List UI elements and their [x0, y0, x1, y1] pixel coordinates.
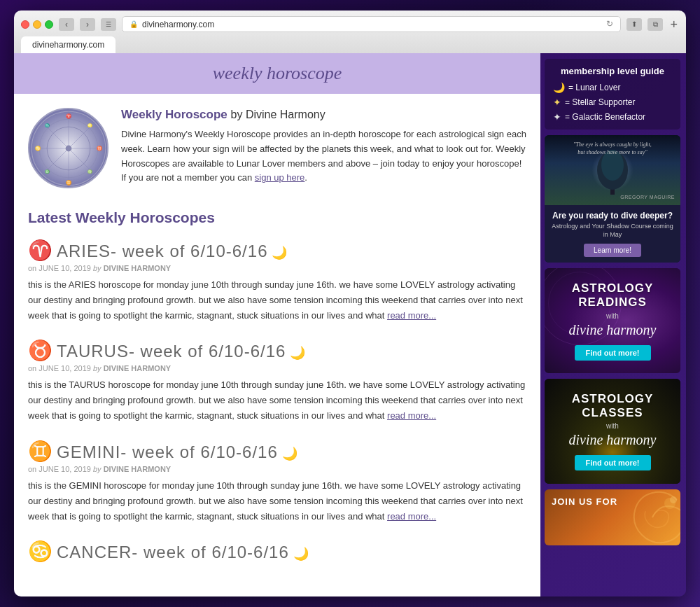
cancer-symbol: ♋ — [28, 540, 52, 563]
lunar-lover-label: = Lunar Lover — [568, 83, 620, 92]
stellar-supporter-label: = Stellar Supporter — [565, 97, 635, 107]
browser-chrome: ‹ › ☰ 🔒 divineharmony.com ↻ ⬆ ⧉ + divine… — [14, 11, 686, 53]
membership-guide: membership level guide 🌙 = Lunar Lover ✦… — [545, 59, 680, 130]
svg-text:♊: ♊ — [66, 179, 72, 185]
svg-text:♉: ♉ — [97, 145, 103, 151]
lock-icon: 🔒 — [130, 20, 138, 28]
svg-text:♏: ♏ — [44, 123, 49, 128]
taurus-meta: on JUNE 10, 2019 by DIVINE HARMONY — [28, 364, 526, 372]
taurus-moon: 🌙 — [290, 345, 305, 361]
signup-link[interactable]: sign up here — [255, 172, 305, 183]
page-header-banner: weekly horoscope — [14, 53, 540, 94]
readings-find-out-button[interactable]: Find out more! — [575, 345, 651, 361]
galactic-benefactor-icon: ✦ — [553, 111, 561, 123]
new-tab-button[interactable]: + — [668, 18, 679, 31]
gemini-body: this is the GEMINI horoscope for monday … — [28, 478, 526, 524]
tab-bar: divineharmony.com — [21, 36, 679, 53]
taurus-header: ♉ TAURUS- week of 6/10-6/16 🌙 — [28, 339, 526, 362]
aries-title: ARIES- week of 6/10-6/16 — [57, 242, 267, 261]
intro-section: ♈ ♉ ♊ ♋ ♌ ♍ ♎ ♏ — [28, 108, 526, 188]
cancer-title: CANCER- week of 6/10-6/16 — [57, 543, 289, 562]
forward-button[interactable]: › — [80, 18, 95, 31]
tab-title: divineharmony.com — [32, 40, 104, 50]
join-us-card: JOIN US FOR — [545, 489, 680, 545]
intro-text-block: Weekly Horoscope by Divine Harmony Divin… — [121, 108, 526, 188]
taurus-symbol: ♉ — [28, 339, 52, 362]
reader-view-button[interactable]: ☰ — [101, 18, 116, 31]
classes-title-text: ASTROLOGY CLASSES — [552, 392, 673, 420]
horoscope-list: ♈ ARIES- week of 6/10-6/16 🌙 on JUNE 10,… — [28, 239, 526, 563]
stellar-supporter-icon: ✦ — [553, 97, 561, 108]
taurus-read-more[interactable]: read more... — [387, 410, 436, 421]
stellar-supporter-item: ✦ = Stellar Supporter — [553, 97, 672, 108]
cancer-entry: ♋ CANCER- week of 6/10-6/16 🌙 — [28, 540, 526, 563]
traffic-lights — [21, 20, 53, 29]
dive-text-area: Are you ready to dive deeper? Astrology … — [545, 205, 680, 263]
gemini-meta: on JUNE 10, 2019 by DIVINE HARMONY — [28, 465, 526, 473]
join-text-label: JOIN US FOR — [545, 489, 680, 514]
readings-subtitle-text: divine harmony — [569, 322, 657, 338]
svg-text:♌: ♌ — [88, 123, 92, 128]
share-button[interactable]: ⬆ — [626, 18, 642, 31]
aries-symbol: ♈ — [28, 239, 52, 262]
dive-quote-text: "The eye is always caught by light,but s… — [550, 141, 675, 156]
gemini-entry: ♊ GEMINI- week of 6/10-6/16 🌙 on JUNE 10… — [28, 440, 526, 524]
taurus-entry: ♉ TAURUS- week of 6/10-6/16 🌙 on JUNE 10… — [28, 339, 526, 424]
classes-subtitle-text: divine harmony — [569, 432, 657, 448]
main-content: weekly horoscope — [14, 53, 540, 596]
astrology-classes-card: ASTROLOGY CLASSES with divine harmony Fi… — [545, 379, 680, 484]
svg-point-15 — [65, 145, 71, 151]
latest-section-title: Latest Weekly Horoscopes — [28, 209, 526, 226]
back-button[interactable]: ‹ — [59, 18, 74, 31]
classes-with-text: with — [606, 422, 619, 430]
svg-text:♍: ♍ — [88, 169, 92, 174]
dive-subtext: Astrology and Your Shadow Course coming … — [552, 223, 673, 239]
url-text: divineharmony.com — [142, 20, 214, 29]
aries-meta: on JUNE 10, 2019 by DIVINE HARMONY — [28, 264, 526, 272]
aries-entry: ♈ ARIES- week of 6/10-6/16 🌙 on JUNE 10,… — [28, 239, 526, 323]
page-title: weekly horoscope — [28, 63, 526, 84]
intro-heading: Weekly Horoscope by Divine Harmony — [121, 108, 526, 122]
aries-header: ♈ ARIES- week of 6/10-6/16 🌙 — [28, 239, 526, 262]
svg-text:♋: ♋ — [35, 145, 41, 151]
dive-quote-author: GREGORY MAGUIRE — [620, 195, 675, 200]
gemini-header: ♊ GEMINI- week of 6/10-6/16 🌙 — [28, 440, 526, 463]
astrology-readings-card: ASTROLOGY READINGS with divine harmony F… — [545, 268, 680, 373]
gemini-title: GEMINI- week of 6/10-6/16 — [57, 442, 278, 462]
dive-deeper-card: "The eye is always caught by light,but s… — [545, 135, 680, 263]
zodiac-circle-image: ♈ ♉ ♊ ♋ ♌ ♍ ♎ ♏ — [28, 108, 108, 188]
classes-find-out-button[interactable]: Find out more! — [575, 455, 651, 470]
aries-moon: 🌙 — [272, 245, 287, 260]
gemini-moon: 🌙 — [282, 446, 298, 461]
lunar-lover-item: 🌙 = Lunar Lover — [553, 82, 672, 93]
minimize-traffic-light[interactable] — [33, 20, 41, 29]
gemini-symbol: ♊ — [28, 440, 52, 463]
readings-content: ASTROLOGY READINGS with divine harmony F… — [545, 268, 680, 373]
dive-learn-more-button[interactable]: Learn more! — [584, 244, 641, 257]
aries-read-more[interactable]: read more... — [387, 310, 436, 321]
aries-body: this is the ARIES horoscope for monday j… — [28, 277, 526, 323]
right-sidebar: membership level guide 🌙 = Lunar Lover ✦… — [540, 53, 686, 596]
taurus-body: this is the TAURUS horoscope for monday … — [28, 377, 526, 424]
dive-heading-text: Are you ready to dive deeper? — [552, 211, 673, 221]
address-bar[interactable]: 🔒 divineharmony.com ↻ — [122, 16, 621, 32]
galactic-benefactor-item: ✦ = Galactic Benefactor — [553, 111, 672, 123]
taurus-title: TAURUS- week of 6/10-6/16 — [57, 342, 286, 361]
cancer-header: ♋ CANCER- week of 6/10-6/16 🌙 — [28, 540, 526, 563]
reload-icon[interactable]: ↻ — [606, 19, 613, 29]
close-traffic-light[interactable] — [21, 20, 29, 29]
cancer-moon: 🌙 — [293, 546, 309, 561]
svg-text:♎: ♎ — [44, 169, 49, 174]
dive-image-area: "The eye is always caught by light,but s… — [545, 135, 680, 205]
lunar-lover-icon: 🌙 — [553, 82, 565, 93]
active-tab[interactable]: divineharmony.com — [21, 36, 115, 53]
readings-title-text: ASTROLOGY READINGS — [552, 281, 673, 310]
tab-overview-button[interactable]: ⧉ — [648, 18, 663, 31]
svg-text:♈: ♈ — [66, 113, 72, 119]
readings-with-text: with — [606, 312, 619, 320]
classes-content: ASTROLOGY CLASSES with divine harmony Fi… — [545, 379, 680, 484]
gemini-read-more[interactable]: read more... — [387, 511, 436, 522]
maximize-traffic-light[interactable] — [45, 20, 53, 29]
intro-body-text: Divine Harmony's Weekly Horoscope provid… — [121, 127, 526, 186]
membership-title: membership level guide — [553, 66, 672, 76]
